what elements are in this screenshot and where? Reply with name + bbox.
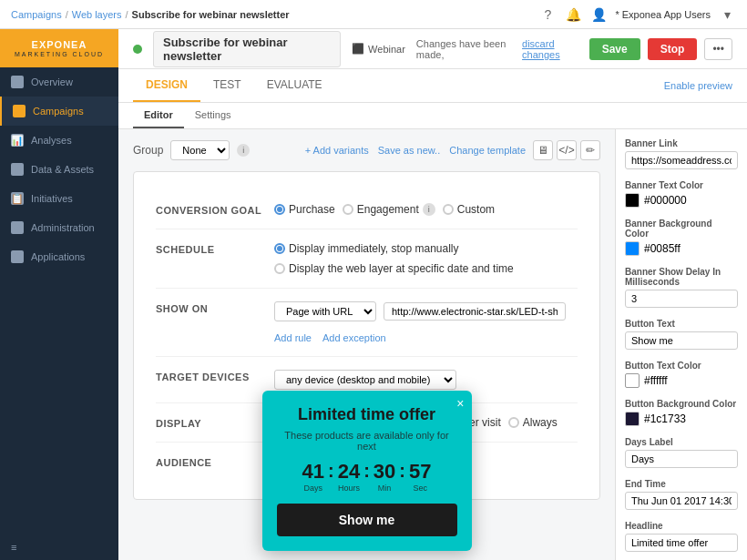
sidebar-label-overview: Overview — [31, 76, 73, 87]
sidebar-item-initiatives[interactable]: 📋 Initiatives — [0, 184, 118, 213]
help-icon[interactable]: ? — [538, 5, 557, 24]
group-info-icon[interactable]: i — [237, 144, 250, 157]
rp-banner-text-color-row: #000000 — [625, 193, 738, 208]
conversion-goal-row: CONVERSION GOAL Purchase Engagement i — [156, 190, 578, 229]
engagement-info-icon[interactable]: i — [423, 203, 435, 216]
discard-link[interactable]: discard changes — [522, 38, 582, 60]
editor-area: Group None i + Add variants Save as new.… — [118, 129, 747, 560]
popup-timer: 41 Days : 24 Hours : 30 Min : — [277, 461, 457, 493]
code-view-icon[interactable]: </> — [557, 140, 577, 160]
enable-preview-link[interactable]: Enable preview — [664, 80, 732, 91]
button-text-color-swatch[interactable] — [625, 373, 640, 388]
purchase-radio[interactable] — [274, 204, 285, 215]
tab-test[interactable]: TEST — [200, 69, 254, 102]
rp-days-label-label: Days Label — [625, 437, 738, 447]
always-option[interactable]: Always — [508, 416, 558, 429]
rp-end-time-input[interactable] — [625, 492, 738, 510]
add-exception-link[interactable]: Add exception — [322, 332, 386, 343]
sidebar-bottom[interactable]: ≡ — [0, 535, 118, 560]
timer-sep3: : — [399, 461, 405, 482]
user-icon[interactable]: 👤 — [589, 5, 608, 24]
sub-tab-editor[interactable]: Editor — [133, 103, 184, 128]
sub-tab-settings[interactable]: Settings — [184, 103, 242, 128]
always-radio[interactable] — [508, 417, 519, 428]
custom-radio[interactable] — [443, 204, 454, 215]
display-date-radio[interactable] — [274, 263, 285, 274]
banner-text-color-swatch[interactable] — [625, 193, 640, 208]
show-on-select[interactable]: Page with URL — [274, 301, 376, 321]
group-select[interactable]: None — [170, 140, 230, 160]
stop-button[interactable]: Stop — [648, 38, 698, 60]
desktop-view-icon[interactable]: 🖥 — [533, 140, 553, 160]
breadcrumb: Campaigns / Web layers / Subscribe for w… — [11, 9, 290, 20]
webinar-button[interactable]: ⬛ Webinar — [352, 43, 405, 55]
sidebar-item-data[interactable]: 🗄 Data & Assets — [0, 155, 118, 184]
display-immediately-label: Display immediately, stop manually — [289, 242, 459, 255]
rp-banner-bg-color: Banner Background Color #0085ff — [625, 219, 738, 256]
rp-button-text-input[interactable] — [625, 331, 738, 350]
custom-option[interactable]: Custom — [443, 203, 495, 216]
schedule-label: SCHEDULE — [156, 242, 274, 255]
banner-bg-color-swatch[interactable] — [625, 241, 640, 256]
user-label[interactable]: * Exponea App Users — [615, 9, 711, 20]
rp-banner-link-input[interactable] — [625, 151, 738, 169]
sidebar-item-applications[interactable]: ⬡ Applications — [0, 242, 118, 271]
rp-headline-input[interactable] — [625, 534, 738, 552]
edit-view-icon[interactable]: ✏ — [580, 140, 600, 160]
change-template-link[interactable]: Change template — [449, 145, 526, 156]
more-button[interactable]: ••• — [704, 38, 732, 60]
purchase-option[interactable]: Purchase — [274, 203, 335, 216]
display-immediately-option[interactable]: Display immediately, stop manually — [274, 242, 459, 255]
tab-design[interactable]: DESIGN — [133, 69, 200, 102]
sub-tab-bar: Editor Settings — [118, 103, 747, 129]
right-panel: Banner Link Banner Text Color #000000 Ba… — [615, 129, 747, 560]
popup-close-button[interactable]: × — [456, 396, 464, 411]
overview-icon: ⊞ — [11, 76, 24, 88]
bell-icon[interactable]: 🔔 — [564, 5, 582, 24]
rp-banner-text-color: Banner Text Color #000000 — [625, 180, 738, 208]
show-on-content: Page with URL Add rule Add exception — [274, 301, 578, 343]
timer-sep1: : — [328, 461, 334, 482]
display-date-option[interactable]: Display the web layer at specific date a… — [274, 262, 514, 275]
display-date-label: Display the web layer at specific date a… — [289, 262, 514, 275]
view-icons: 🖥 </> ✏ — [533, 140, 600, 160]
rp-days-label: Days Label — [625, 437, 738, 468]
button-bg-color-swatch[interactable] — [625, 412, 640, 426]
rp-days-label-input[interactable] — [625, 450, 738, 468]
tab-evaluate[interactable]: EVALUATE — [254, 69, 335, 102]
popup-show-me-button[interactable]: Show me — [277, 504, 457, 536]
breadcrumb-campaigns[interactable]: Campaigns — [11, 9, 62, 20]
target-devices-select[interactable]: any device (desktop and mobile) — [274, 370, 456, 390]
sidebar-label-initiatives: Initiatives — [31, 193, 73, 204]
rp-banner-text-color-label: Banner Text Color — [625, 180, 738, 190]
button-bg-color-value: #1c1733 — [644, 412, 686, 425]
sidebar-item-overview[interactable]: ⊞ Overview — [0, 67, 118, 97]
sidebar-item-campaigns[interactable]: ◈ Campaigns — [0, 97, 118, 126]
conversion-goal-content: Purchase Engagement i Custom — [274, 203, 578, 216]
save-button[interactable]: Save — [589, 38, 640, 60]
rp-button-bg-color-row: #1c1733 — [625, 412, 738, 426]
sidebar-item-analyses[interactable]: 📊 Analyses — [0, 126, 118, 155]
show-on-url-input[interactable] — [384, 302, 566, 321]
sidebar-logo: EXPONEA MARKETING CLOUD — [0, 29, 118, 67]
display-immediately-radio[interactable] — [274, 243, 285, 254]
add-rule-link[interactable]: Add rule — [274, 332, 312, 343]
target-devices-label: TARGET DEVICES — [156, 370, 274, 382]
save-as-new-link[interactable]: Save as new.. — [378, 145, 441, 156]
engagement-option[interactable]: Engagement i — [343, 203, 435, 216]
sidebar-label-campaigns: Campaigns — [33, 106, 84, 117]
rp-banner-delay-input[interactable] — [625, 290, 738, 308]
changes-text: Changes have been made, — [416, 38, 515, 60]
add-variants-link[interactable]: + Add variants — [305, 145, 369, 156]
status-indicator — [133, 45, 142, 54]
popup-subtitle: These products are available only for ne… — [277, 430, 457, 452]
breadcrumb-sep1: / — [66, 9, 68, 20]
top-nav: Campaigns / Web layers / Subscribe for w… — [0, 0, 747, 29]
campaign-title-input[interactable]: Subscribe for webinar newsletter — [153, 31, 341, 67]
engagement-radio[interactable] — [343, 204, 353, 215]
breadcrumb-weblayers[interactable]: Web layers — [72, 9, 122, 20]
sidebar-item-administration[interactable]: ⚙ Administration — [0, 213, 118, 242]
chevron-down-icon[interactable]: ▾ — [718, 5, 736, 24]
breadcrumb-sep2: / — [126, 9, 128, 20]
campaign-header: Subscribe for webinar newsletter ⬛ Webin… — [118, 29, 747, 69]
